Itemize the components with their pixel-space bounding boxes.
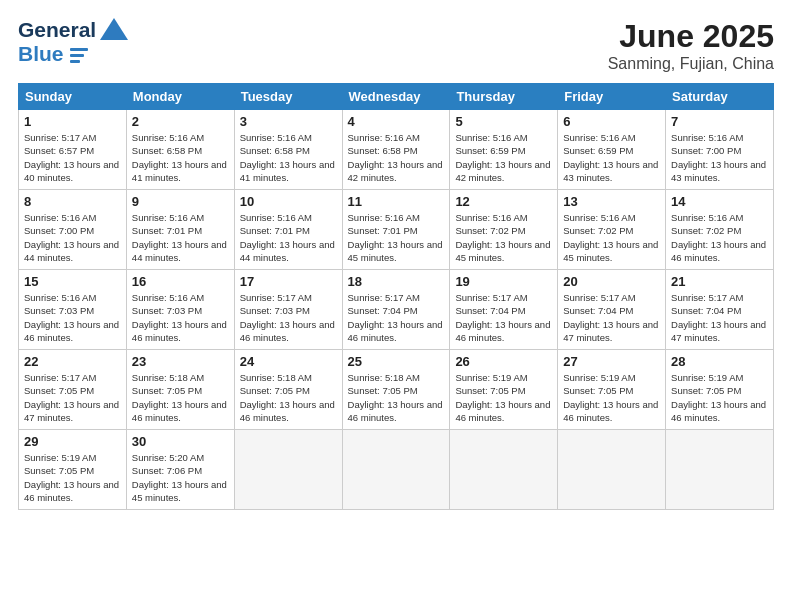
day-5: 5 Sunrise: 5:16 AMSunset: 6:59 PMDayligh…	[450, 110, 558, 190]
day-9: 9 Sunrise: 5:16 AMSunset: 7:01 PMDayligh…	[126, 190, 234, 270]
day-4: 4 Sunrise: 5:16 AMSunset: 6:58 PMDayligh…	[342, 110, 450, 190]
day-18: 18 Sunrise: 5:17 AMSunset: 7:04 PMDaylig…	[342, 270, 450, 350]
table-row: 29 Sunrise: 5:19 AMSunset: 7:05 PMDaylig…	[19, 430, 774, 510]
title-block: June 2025 Sanming, Fujian, China	[608, 18, 774, 73]
day-14: 14 Sunrise: 5:16 AMSunset: 7:02 PMDaylig…	[666, 190, 774, 270]
svg-marker-0	[100, 18, 128, 40]
day-12: 12 Sunrise: 5:16 AMSunset: 7:02 PMDaylig…	[450, 190, 558, 270]
day-11: 11 Sunrise: 5:16 AMSunset: 7:01 PMDaylig…	[342, 190, 450, 270]
logo-icon	[100, 18, 128, 40]
empty-cell	[234, 430, 342, 510]
day-6: 6 Sunrise: 5:16 AMSunset: 6:59 PMDayligh…	[558, 110, 666, 190]
calendar-header-row: Sunday Monday Tuesday Wednesday Thursday…	[19, 84, 774, 110]
day-10: 10 Sunrise: 5:16 AMSunset: 7:01 PMDaylig…	[234, 190, 342, 270]
col-saturday: Saturday	[666, 84, 774, 110]
col-thursday: Thursday	[450, 84, 558, 110]
table-row: 22 Sunrise: 5:17 AMSunset: 7:05 PMDaylig…	[19, 350, 774, 430]
col-friday: Friday	[558, 84, 666, 110]
day-21: 21 Sunrise: 5:17 AMSunset: 7:04 PMDaylig…	[666, 270, 774, 350]
day-8: 8 Sunrise: 5:16 AMSunset: 7:00 PMDayligh…	[19, 190, 127, 270]
empty-cell	[666, 430, 774, 510]
day-27: 27 Sunrise: 5:19 AMSunset: 7:05 PMDaylig…	[558, 350, 666, 430]
day-26: 26 Sunrise: 5:19 AMSunset: 7:05 PMDaylig…	[450, 350, 558, 430]
day-3: 3 Sunrise: 5:16 AMSunset: 6:58 PMDayligh…	[234, 110, 342, 190]
header: General Blue June 2025 Sanming, Fujian, …	[18, 18, 774, 73]
day-17: 17 Sunrise: 5:17 AMSunset: 7:03 PMDaylig…	[234, 270, 342, 350]
logo-general-text: General	[18, 18, 96, 42]
empty-cell	[450, 430, 558, 510]
day-25: 25 Sunrise: 5:18 AMSunset: 7:05 PMDaylig…	[342, 350, 450, 430]
day-2: 2 Sunrise: 5:16 AMSunset: 6:58 PMDayligh…	[126, 110, 234, 190]
calendar-title: June 2025	[608, 18, 774, 55]
logo-line-2	[70, 54, 84, 57]
day-13: 13 Sunrise: 5:16 AMSunset: 7:02 PMDaylig…	[558, 190, 666, 270]
col-monday: Monday	[126, 84, 234, 110]
page-container: General Blue June 2025 Sanming, Fujian, …	[0, 0, 792, 520]
calendar-subtitle: Sanming, Fujian, China	[608, 55, 774, 73]
empty-cell	[342, 430, 450, 510]
logo-line-1	[70, 48, 88, 51]
day-1: 1 Sunrise: 5:17 AMSunset: 6:57 PMDayligh…	[19, 110, 127, 190]
day-16: 16 Sunrise: 5:16 AMSunset: 7:03 PMDaylig…	[126, 270, 234, 350]
logo-line-3	[70, 60, 80, 63]
table-row: 1 Sunrise: 5:17 AMSunset: 6:57 PMDayligh…	[19, 110, 774, 190]
table-row: 15 Sunrise: 5:16 AMSunset: 7:03 PMDaylig…	[19, 270, 774, 350]
day-30: 30 Sunrise: 5:20 AMSunset: 7:06 PMDaylig…	[126, 430, 234, 510]
col-sunday: Sunday	[19, 84, 127, 110]
logo-blue-text: Blue	[18, 42, 64, 66]
col-tuesday: Tuesday	[234, 84, 342, 110]
empty-cell	[558, 430, 666, 510]
day-24: 24 Sunrise: 5:18 AMSunset: 7:05 PMDaylig…	[234, 350, 342, 430]
logo: General Blue	[18, 18, 128, 66]
logo-lines	[70, 48, 88, 63]
day-7: 7 Sunrise: 5:16 AMSunset: 7:00 PMDayligh…	[666, 110, 774, 190]
table-row: 8 Sunrise: 5:16 AMSunset: 7:00 PMDayligh…	[19, 190, 774, 270]
day-20: 20 Sunrise: 5:17 AMSunset: 7:04 PMDaylig…	[558, 270, 666, 350]
col-wednesday: Wednesday	[342, 84, 450, 110]
day-28: 28 Sunrise: 5:19 AMSunset: 7:05 PMDaylig…	[666, 350, 774, 430]
day-22: 22 Sunrise: 5:17 AMSunset: 7:05 PMDaylig…	[19, 350, 127, 430]
day-19: 19 Sunrise: 5:17 AMSunset: 7:04 PMDaylig…	[450, 270, 558, 350]
calendar-table: Sunday Monday Tuesday Wednesday Thursday…	[18, 83, 774, 510]
day-23: 23 Sunrise: 5:18 AMSunset: 7:05 PMDaylig…	[126, 350, 234, 430]
day-29: 29 Sunrise: 5:19 AMSunset: 7:05 PMDaylig…	[19, 430, 127, 510]
day-15: 15 Sunrise: 5:16 AMSunset: 7:03 PMDaylig…	[19, 270, 127, 350]
